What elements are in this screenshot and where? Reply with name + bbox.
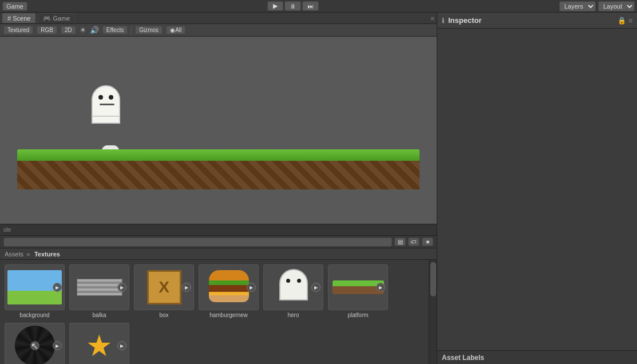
step-button[interactable]: ⏭ bbox=[302, 1, 319, 11]
scroll-thumb[interactable] bbox=[430, 262, 436, 296]
pause-button[interactable]: ⏸ bbox=[284, 1, 301, 11]
ghost-character bbox=[92, 85, 120, 122]
platform-rocks bbox=[17, 161, 420, 189]
game-tab[interactable]: 🎮 Game bbox=[38, 13, 75, 23]
asset-label-box: box bbox=[159, 312, 168, 318]
asset-label-background: background bbox=[19, 312, 49, 318]
asset-label-balka: balka bbox=[93, 312, 106, 318]
all-button[interactable]: ◉All bbox=[166, 26, 185, 34]
asset-item-box[interactable]: ▶ box bbox=[134, 264, 194, 318]
asset-item-platform[interactable]: ▶ platform bbox=[328, 264, 388, 318]
saw1-play-button[interactable]: ▶ bbox=[53, 341, 62, 350]
ghost-body bbox=[92, 85, 120, 117]
play-button[interactable]: ▶ bbox=[267, 1, 283, 11]
top-bar: Game ▶ ⏸ ⏭ Layers Layout bbox=[0, 0, 637, 13]
asset-item-hero[interactable]: ▶ hero bbox=[263, 264, 323, 318]
balka-thumbnail bbox=[77, 279, 122, 296]
asset-item-star[interactable]: ★ ▶ bbox=[69, 323, 129, 364]
game-gamepad-icon: 🎮 bbox=[43, 15, 53, 22]
tab-options[interactable]: ≡ bbox=[431, 15, 434, 22]
right-panel: ℹ Inspector 🔒 ≡ Asset Labels bbox=[437, 13, 637, 364]
gizmos-button[interactable]: Gizmos bbox=[135, 26, 163, 34]
saw-thumbnail: ↖ bbox=[15, 326, 55, 364]
asset-label-hamburgernew: hamburgernew bbox=[209, 312, 248, 318]
asset-thumb-box: ▶ bbox=[134, 264, 194, 310]
asset-browser-toolbar: ▤ 🏷 ★ bbox=[0, 236, 437, 248]
inspector-body bbox=[437, 29, 637, 350]
ghost-bottom bbox=[92, 117, 120, 124]
layers-dropdown[interactable]: Layers bbox=[559, 1, 596, 11]
burger-top bbox=[209, 270, 249, 280]
burger-lettuce bbox=[209, 280, 249, 285]
console-bar: ole bbox=[0, 224, 437, 235]
burger-thumbnail bbox=[209, 270, 249, 304]
inspector-icon: ℹ bbox=[442, 17, 445, 25]
burger-bottom bbox=[209, 295, 249, 302]
asset-thumb-balka: ▶ bbox=[69, 264, 129, 310]
effects-button[interactable]: Effects bbox=[102, 26, 128, 34]
inspector-actions: 🔒 ≡ bbox=[618, 17, 632, 25]
scene-viewport bbox=[0, 37, 437, 224]
audio-icon: 🔊 bbox=[90, 26, 99, 34]
asset-thumb-background: ▶ bbox=[5, 264, 65, 310]
asset-search-input[interactable] bbox=[3, 238, 392, 247]
rgb-button[interactable]: RGB bbox=[37, 26, 57, 34]
game-name-button[interactable]: Game bbox=[2, 2, 27, 11]
scene-toolbar: Textured RGB 2D ☀ 🔊 Effects Gizmos ◉All bbox=[0, 24, 437, 37]
transport-controls: ▶ ⏸ ⏭ bbox=[267, 1, 319, 11]
asset-item-balka[interactable]: ▶ balka bbox=[69, 264, 129, 318]
game-tab-label: Game bbox=[53, 15, 70, 22]
left-panel: # Scene 🎮 Game ≡ Textured RGB 2D ☀ 🔊 Eff… bbox=[0, 13, 437, 364]
hamburgernew-play-button[interactable]: ▶ bbox=[247, 283, 256, 292]
asset-item-hamburgernew[interactable]: ▶ hamburgernew bbox=[199, 264, 259, 318]
asset-scrollbar[interactable] bbox=[429, 260, 437, 364]
asset-filter-button[interactable]: ▤ bbox=[394, 238, 406, 246]
ghost-eye-right bbox=[109, 95, 113, 100]
saw-cursor-icon: ↖ bbox=[31, 341, 38, 351]
asset-labels-bar: Asset Labels bbox=[437, 350, 637, 364]
asset-item-background[interactable]: ▶ background bbox=[5, 264, 65, 318]
scene-hash-icon: # bbox=[7, 15, 13, 22]
star-play-button[interactable]: ▶ bbox=[117, 341, 126, 350]
platform-play-button[interactable]: ▶ bbox=[376, 283, 385, 292]
breadcrumb-root[interactable]: Assets bbox=[5, 251, 23, 258]
balka-play-button[interactable]: ▶ bbox=[117, 283, 126, 292]
asset-labels-text: Asset Labels bbox=[442, 354, 484, 362]
hero-eye-left bbox=[286, 279, 290, 283]
layout-dropdown[interactable]: Layout bbox=[598, 1, 635, 11]
platform-grass bbox=[17, 149, 420, 161]
2d-button[interactable]: 2D bbox=[61, 26, 76, 34]
star-thumbnail: ★ bbox=[80, 326, 120, 364]
asset-star-button[interactable]: ★ bbox=[422, 238, 433, 246]
asset-thumb-hero: ▶ bbox=[263, 264, 323, 310]
scene-game-tabs: # Scene 🎮 Game ≡ bbox=[0, 13, 437, 24]
burger-patty bbox=[209, 285, 249, 292]
hero-play-button[interactable]: ▶ bbox=[311, 283, 321, 292]
asset-thumb-platform: ▶ bbox=[328, 264, 388, 310]
main-layout: # Scene 🎮 Game ≡ Textured RGB 2D ☀ 🔊 Eff… bbox=[0, 13, 637, 364]
asset-label-platform: platform bbox=[347, 312, 368, 318]
asset-browser: ▤ 🏷 ★ Assets ► Textures ▶ bbox=[0, 235, 437, 364]
inspector-menu-button[interactable]: ≡ bbox=[628, 17, 632, 25]
asset-label-hero: hero bbox=[287, 312, 299, 318]
ghost-mouth bbox=[100, 104, 114, 105]
inspector-header: ℹ Inspector 🔒 ≡ bbox=[437, 13, 637, 29]
asset-label-button[interactable]: 🏷 bbox=[408, 238, 420, 246]
scene-tab[interactable]: # Scene bbox=[2, 13, 35, 23]
background-play-button[interactable]: ▶ bbox=[53, 283, 62, 292]
textured-button[interactable]: Textured bbox=[3, 26, 33, 34]
asset-grid: ▶ background ▶ balka bbox=[0, 260, 429, 364]
inspector-lock-button[interactable]: 🔒 bbox=[618, 17, 626, 25]
platform-object bbox=[17, 149, 420, 189]
asset-item-saw1[interactable]: ↖ ▶ saw 1 bbox=[5, 323, 65, 364]
console-label: ole bbox=[3, 227, 11, 233]
hero-thumbnail bbox=[279, 269, 308, 306]
hero-eye-right bbox=[297, 279, 301, 283]
box-play-button[interactable]: ▶ bbox=[182, 283, 191, 292]
box-thumbnail bbox=[147, 270, 181, 304]
inspector-title: Inspector bbox=[448, 16, 482, 25]
asset-breadcrumb: Assets ► Textures bbox=[0, 248, 437, 260]
asset-grid-container: ▶ background ▶ balka bbox=[0, 260, 437, 364]
hero-body bbox=[279, 269, 308, 300]
sun-icon: ☀ bbox=[80, 26, 86, 34]
